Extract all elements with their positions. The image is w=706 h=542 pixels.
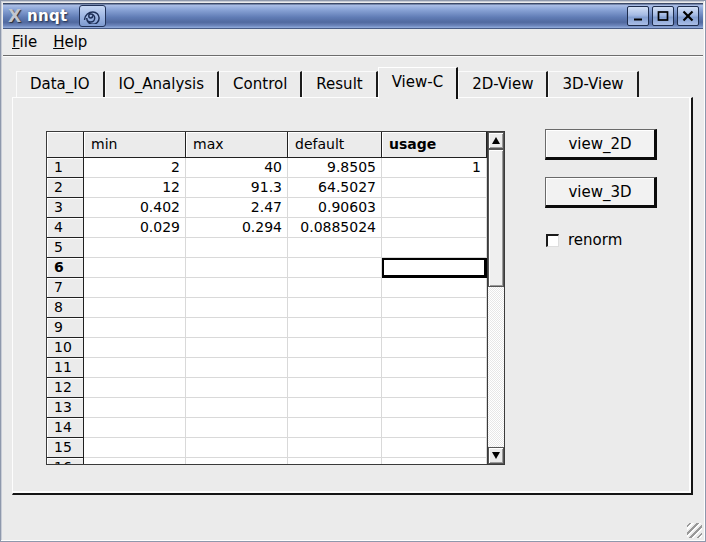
table-cell[interactable] [382,238,487,258]
table-cell[interactable] [382,178,487,198]
table-cell[interactable] [186,238,288,258]
table-cell[interactable] [382,378,487,398]
row-header[interactable]: 15 [47,438,84,458]
table-cell[interactable] [382,218,487,238]
table-cell[interactable] [84,318,186,338]
table-cell[interactable] [84,418,186,438]
column-header-usage[interactable]: usage [382,132,487,158]
table-cell[interactable] [288,358,382,378]
column-header-default[interactable]: default [288,132,382,158]
table-cell[interactable]: 9.8505 [288,158,382,178]
row-header[interactable]: 12 [47,378,84,398]
table-cell[interactable]: 0.402 [84,198,186,218]
row-header[interactable]: 5 [47,238,84,258]
vertical-scrollbar[interactable] [487,132,504,464]
row-header[interactable]: 10 [47,338,84,358]
table-cell[interactable]: 0.0885024 [288,218,382,238]
column-header-max[interactable]: max [186,132,288,158]
table-cell[interactable] [84,238,186,258]
titlebar[interactable]: X nnqt [3,3,703,29]
column-header-min[interactable]: min [84,132,186,158]
row-header[interactable]: 16 [47,458,84,464]
resize-grip-icon[interactable] [687,523,702,538]
minimize-button[interactable] [627,6,649,26]
tab-3d-view[interactable]: 3D-View [548,71,638,97]
row-header[interactable]: 3 [47,198,84,218]
table-cell[interactable] [382,298,487,318]
view-3d-button[interactable]: view_3D [545,177,657,208]
row-header[interactable]: 9 [47,318,84,338]
row-header[interactable]: 11 [47,358,84,378]
scrollbar-track[interactable] [488,149,504,447]
row-header[interactable]: 4 [47,218,84,238]
table-cell[interactable] [186,318,288,338]
table-cell[interactable]: 40 [186,158,288,178]
row-header[interactable]: 2 [47,178,84,198]
table-cell[interactable] [288,278,382,298]
table-cell[interactable] [288,458,382,464]
renorm-checkbox-row[interactable]: renorm [546,231,622,249]
scroll-down-button[interactable] [488,447,504,464]
table-cell[interactable] [288,378,382,398]
x11-logo-icon[interactable]: X [7,8,22,25]
menu-file[interactable]: File [12,33,37,51]
table-cell[interactable] [186,458,288,464]
tab-control[interactable]: Control [219,71,302,97]
table-cell[interactable] [382,358,487,378]
table-cell[interactable] [186,358,288,378]
table-cell[interactable]: 2 [84,158,186,178]
table-cell[interactable] [382,398,487,418]
renorm-checkbox[interactable] [546,234,559,247]
table-cell[interactable] [84,278,186,298]
table-cell[interactable] [288,298,382,318]
table-cell[interactable] [382,418,487,438]
table-cell[interactable] [186,278,288,298]
close-button[interactable] [677,6,699,26]
table-cell[interactable] [288,398,382,418]
table-cell[interactable]: 0.029 [84,218,186,238]
table-cell[interactable] [288,338,382,358]
table-cell[interactable] [288,258,382,278]
table-cell[interactable]: 91.3 [186,178,288,198]
table-cell[interactable] [382,198,487,218]
view-2d-button[interactable]: view_2D [545,129,657,160]
table-cell[interactable] [186,398,288,418]
table-cell[interactable] [84,298,186,318]
table-cell[interactable]: 2.47 [186,198,288,218]
row-header[interactable]: 8 [47,298,84,318]
table-cell[interactable]: 0.294 [186,218,288,238]
tab-data-io[interactable]: Data_IO [16,71,105,97]
scrollbar-thumb[interactable] [488,149,504,287]
table-cell[interactable] [288,318,382,338]
table-cell[interactable]: 1 [382,158,487,178]
scroll-up-button[interactable] [488,132,504,149]
table-cell[interactable] [382,438,487,458]
table-cell[interactable] [84,258,186,278]
table-cell[interactable] [288,418,382,438]
table-cell[interactable] [382,338,487,358]
table-cell[interactable] [186,378,288,398]
row-header[interactable]: 14 [47,418,84,438]
table-cell[interactable] [84,438,186,458]
table-cell[interactable] [288,238,382,258]
tab-io-analysis[interactable]: IO_Analysis [105,71,220,97]
tab-view-c[interactable]: View-C [378,67,458,99]
row-header[interactable]: 6 [47,258,84,278]
table-cell[interactable]: 0.90603 [288,198,382,218]
selected-cell[interactable] [382,258,487,278]
table-cell[interactable]: 12 [84,178,186,198]
table-cell[interactable] [186,298,288,318]
table-cell[interactable] [186,418,288,438]
tab-result[interactable]: Result [302,71,377,97]
table-cell[interactable] [382,278,487,298]
table-cell[interactable]: 64.5027 [288,178,382,198]
table-cell[interactable] [382,318,487,338]
table-cell[interactable] [186,438,288,458]
row-header[interactable]: 13 [47,398,84,418]
table-cell[interactable] [84,458,186,464]
menu-help[interactable]: Help [53,33,87,51]
table-cell[interactable] [84,338,186,358]
table-corner-cell[interactable] [47,132,84,158]
table-cell[interactable] [288,438,382,458]
table-cell[interactable] [84,398,186,418]
